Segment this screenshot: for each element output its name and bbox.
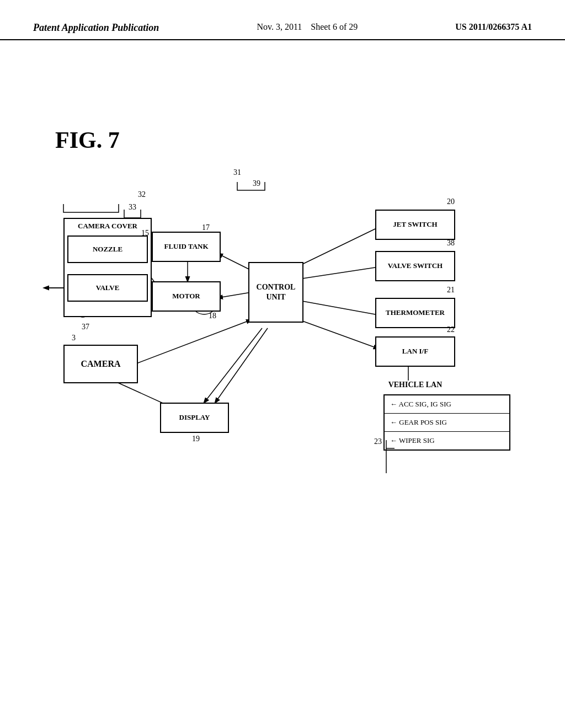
valve-switch-box: VALVE SWITCH — [375, 251, 455, 281]
thermometer-box: THERMOMETER — [375, 298, 455, 328]
ref-32: 32 — [138, 190, 146, 199]
ref-38: 38 — [447, 239, 455, 248]
control-unit-box: CONTROL UNIT — [248, 262, 303, 323]
svg-line-13 — [204, 328, 262, 403]
valve-box: VALVE — [67, 274, 148, 302]
page-header: Patent Application Publication Nov. 3, 2… — [0, 0, 565, 40]
svg-line-6 — [218, 254, 251, 270]
diagram: CAMERA COVER NOZZLE VALVE FLUID TANK MOT… — [33, 165, 530, 552]
camera-box: CAMERA — [63, 345, 138, 383]
header-sheet-info: Nov. 3, 2011 Sheet 6 of 29 — [257, 22, 358, 32]
ref-23: 23 — [374, 437, 382, 446]
ref-21: 21 — [447, 286, 455, 295]
ref-33: 33 — [129, 203, 136, 212]
ref-17: 17 — [202, 223, 210, 232]
fluid-tank-box: FLUID TANK — [152, 232, 221, 262]
jet-switch-box: JET SWITCH — [375, 210, 455, 240]
patent-number: US 2011/0266375 A1 — [455, 22, 532, 32]
gear-pos-label: ← GEAR POS SIG — [385, 414, 509, 432]
display-box: DISPLAY — [160, 403, 229, 433]
acc-sig-label: ← ACC SIG, IG SIG — [385, 395, 509, 414]
nozzle-box: NOZZLE — [67, 235, 148, 263]
vehicle-lan-label: VEHICLE LAN — [375, 381, 455, 389]
vehicle-signals-box: ← ACC SIG, IG SIG ← GEAR POS SIG ← WIPER… — [383, 394, 510, 451]
svg-line-7 — [218, 292, 251, 298]
motor-box: MOTOR — [152, 281, 221, 312]
figure-label: FIG. 7 — [55, 127, 120, 153]
lan-if-box: LAN I/F — [375, 336, 455, 367]
camera-cover-box: CAMERA COVER NOZZLE VALVE — [63, 218, 152, 317]
publication-date: Nov. 3, 2011 — [257, 22, 302, 31]
ref-31: 31 — [233, 168, 241, 177]
svg-line-14 — [215, 328, 268, 403]
ref-22: 22 — [447, 325, 455, 334]
ref-37: 37 — [82, 323, 89, 331]
svg-line-12 — [135, 320, 251, 364]
ref-19: 19 — [192, 435, 200, 443]
ref-15: 15 — [141, 229, 149, 238]
ref-3: 3 — [72, 334, 76, 342]
ref-39: 39 — [253, 179, 260, 188]
publication-title: Patent Application Publication — [33, 22, 159, 34]
ref-18: 18 — [209, 312, 216, 320]
ref-20: 20 — [447, 197, 455, 206]
sheet-number: Sheet 6 of 29 — [311, 22, 358, 31]
wiper-sig-label: ← WIPER SIG — [385, 432, 509, 449]
